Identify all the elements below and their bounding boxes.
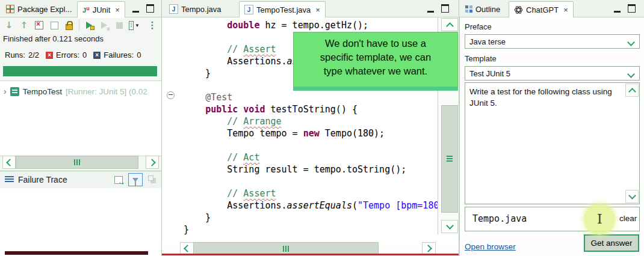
code-line[interactable]: String result = tempo.toString(); (184, 163, 438, 175)
code-line[interactable] (184, 175, 438, 187)
stop-test-run-icon[interactable] (114, 20, 125, 31)
code-line[interactable]: @Test (184, 91, 438, 103)
tree-row-tempotest[interactable]: › TempoTest [Runner: JUnit 5] (0.02 (4, 87, 147, 96)
scroll-left-icon[interactable] (180, 242, 194, 255)
tutorial-callout: We don't have to use a specific template… (293, 32, 458, 91)
tab-tempotest-java[interactable]: J TempoTest.java × (239, 1, 326, 18)
scroll-right-icon[interactable] (146, 156, 159, 169)
code-line[interactable]: } (184, 224, 438, 236)
package-icon (6, 5, 14, 13)
close-icon[interactable]: × (315, 5, 320, 14)
code-line[interactable] (184, 139, 438, 151)
tab-label: ChatGPT (526, 5, 559, 14)
next-failed-test-icon[interactable]: ↓ (4, 20, 14, 31)
left-tabbar: Package Expl... Ju JUnit × (0, 0, 161, 17)
filter-stacktrace-icon[interactable] (128, 173, 143, 186)
progress-bar (3, 66, 157, 76)
failures-label: Failures: (104, 50, 134, 59)
open-browser-link[interactable]: Open browser (465, 242, 516, 251)
java-file-icon: J (169, 4, 178, 14)
chatgpt-icon (514, 5, 523, 14)
failure-trace-header: Failure Trace (0, 171, 161, 189)
preface-label: Preface (465, 22, 492, 31)
expander-icon[interactable]: › (4, 87, 7, 96)
vscrollbar-thumb[interactable] (441, 105, 458, 213)
scroll-left-icon[interactable] (2, 156, 16, 169)
show-stacktrace-console-icon[interactable] (112, 174, 125, 186)
chatgpt-view: Outline ChatGPT × Preface (459, 0, 644, 256)
previous-failed-test-icon[interactable]: ↑ (19, 20, 29, 31)
code-line[interactable]: // Assert (184, 187, 438, 200)
junit-view: Package Expl... Ju JUnit × ↓ ↑ × ▼ ⋮ (0, 0, 162, 256)
editor-window-controls (427, 4, 449, 15)
errors-icon (46, 52, 53, 59)
tab-junit[interactable]: Ju JUnit × (77, 1, 125, 18)
close-icon[interactable]: × (115, 5, 120, 14)
chevron-down-icon (627, 70, 635, 78)
rerun-failed-tests-icon[interactable]: × (99, 20, 110, 31)
toolbar-separator (79, 20, 79, 31)
text-cursor-icon: I (597, 212, 602, 227)
code-line[interactable]: Tempo tempo = new Tempo(180); (184, 127, 438, 139)
code-line[interactable]: Assertions.assertEquals("Tempo [bpm=180 (184, 200, 438, 212)
fold-marker-icon[interactable] (167, 91, 175, 99)
test-runner-info: [Runner: JUnit 5] (0.02 (66, 87, 147, 96)
clear-button[interactable]: clear (619, 214, 637, 223)
show-skipped-tests-icon[interactable] (49, 20, 60, 31)
test-name: TempoTest (23, 87, 62, 96)
bottom-maroon-bar (5, 251, 148, 255)
editor-tabbar: J Tempo.java J TempoTest.java × (162, 0, 459, 17)
scroll-up-icon[interactable] (625, 84, 639, 97)
scroll-up-icon[interactable] (441, 18, 458, 31)
tab-chatgpt[interactable]: ChatGPT × (509, 1, 574, 18)
template-select[interactable]: Test JUnit 5 (465, 66, 640, 81)
test-results-tree: › TempoTest [Runner: JUnit 5] (0.02 (0, 81, 161, 156)
show-failures-only-icon[interactable] (34, 20, 45, 31)
run-status-text: Finished after 0.121 seconds (3, 34, 104, 43)
prompt-textarea[interactable]: Write a test for the following class usi… (465, 82, 640, 204)
hamburger-icon[interactable] (5, 176, 14, 183)
hscrollbar-thumb[interactable] (16, 156, 138, 169)
tab-package-explorer[interactable]: Package Expl... (1, 1, 76, 17)
test-run-history-icon[interactable]: ▼ (129, 20, 140, 31)
code-line[interactable]: } (184, 212, 438, 224)
maximize-icon[interactable] (441, 4, 449, 15)
open-browser-row: Open browser (465, 242, 516, 251)
errors-label: Errors: (56, 50, 79, 59)
get-answer-button[interactable]: Get answer (584, 234, 639, 252)
minimize-icon[interactable] (427, 4, 434, 15)
close-icon[interactable]: × (563, 5, 568, 14)
tab-label: JUnit (93, 5, 111, 14)
view-menu-icon[interactable]: ⋮ (147, 20, 158, 31)
callout-line: type whatever we want. (294, 64, 457, 78)
hscrollbar-thumb[interactable] (193, 242, 379, 255)
junit-toolbar: ↓ ↑ × ▼ ⋮ (1, 18, 160, 32)
get-answer-label: Get answer (590, 239, 632, 248)
test-suite-icon (10, 87, 19, 96)
compare-result-icon[interactable] (146, 174, 159, 186)
minimize-icon[interactable] (614, 4, 621, 15)
scroll-lock-icon[interactable] (64, 20, 75, 31)
tab-tempo-java[interactable]: J Tempo.java (164, 1, 226, 17)
file-input-value: Tempo.java (472, 213, 527, 224)
preface-select[interactable]: Java terse (465, 34, 640, 49)
failure-trace-body (0, 188, 161, 256)
tab-outline[interactable]: Outline (460, 1, 505, 17)
scroll-down-icon[interactable] (625, 190, 639, 203)
code-line[interactable]: public void testToString() { (184, 103, 438, 115)
scroll-down-icon[interactable] (441, 220, 458, 233)
code-line[interactable]: // Act (184, 151, 438, 163)
maximize-icon[interactable] (628, 4, 636, 15)
tab-label: Package Expl... (17, 5, 72, 14)
tab-label: TempoTest.java (256, 5, 311, 14)
scroll-right-icon[interactable] (422, 242, 436, 255)
code-line[interactable]: // Arrange (184, 115, 438, 127)
rerun-test-icon[interactable] (84, 20, 94, 31)
minimize-icon[interactable] (132, 4, 139, 15)
editor-bottom-red-line (162, 254, 459, 255)
code-line[interactable]: double hz = tempo.getHz(); (184, 19, 438, 31)
maximize-icon[interactable] (146, 4, 154, 15)
preface-value: Java terse (469, 37, 506, 46)
template-value: Test JUnit 5 (469, 69, 510, 78)
eclipse-window: Package Expl... Ju JUnit × ↓ ↑ × ▼ ⋮ (0, 0, 644, 256)
